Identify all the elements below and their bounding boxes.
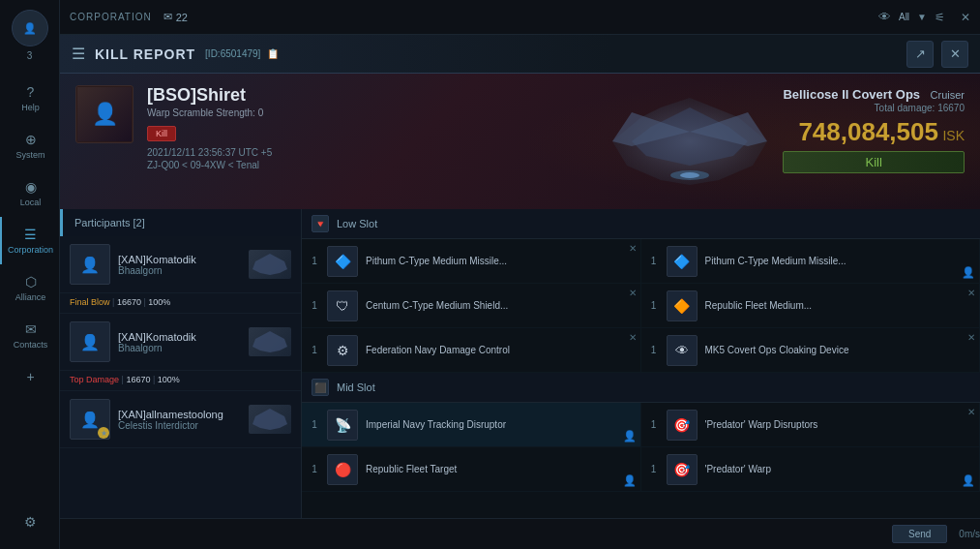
kill-report-panel: ☰ KILL REPORT [ID:6501479] 📋 ↗ ✕ 👤 [BSO]… xyxy=(60,35,980,549)
item-cell[interactable]: 1 🔶 Republic Fleet Medium... ✕ xyxy=(641,284,981,328)
participant-info: [XAN]Komatodik Bhaalgorn xyxy=(118,254,241,276)
participant-ship-icon xyxy=(249,405,291,434)
participant-stats-2: Top Damage | 16670 | 100% xyxy=(60,371,301,391)
item-cell[interactable]: 1 ⚙ Federation Navy Damage Control ✕ xyxy=(302,328,641,373)
sidebar-item-settings[interactable]: ⚙ xyxy=(0,504,59,539)
eye-icon: 👁 xyxy=(878,10,891,24)
isk-label: ISK xyxy=(942,128,965,143)
ship-name: Bellicose II Covert Ops xyxy=(783,87,920,102)
chevron-down-icon[interactable]: ▼ xyxy=(917,12,927,22)
close-icon[interactable]: ✕ xyxy=(629,288,637,298)
kill-badge: Kill xyxy=(147,126,176,141)
percent-1: 100% xyxy=(148,297,170,307)
item-qty: 1 xyxy=(649,300,659,311)
item-qty: 1 xyxy=(649,256,659,266)
item-name: MK5 Covert Ops Cloaking Device xyxy=(705,344,849,356)
sidebar-item-alliance[interactable]: ⬡ Alliance xyxy=(0,264,59,312)
item-qty: 1 xyxy=(649,345,659,355)
kill-report-content: Participants [2] 👤 [XAN]Komatodik Bhaalg… xyxy=(60,209,980,549)
sidebar-label-system: System xyxy=(15,150,45,160)
mid-slot-label: Mid Slot xyxy=(337,381,375,393)
item-icon: 🔶 xyxy=(667,290,698,321)
filter-icon[interactable]: ⚟ xyxy=(935,11,945,24)
sidebar-item-contacts[interactable]: ✉ Contacts xyxy=(0,312,59,359)
damage-value-2: 16670 xyxy=(126,375,150,384)
sidebar-label-contacts: Contacts xyxy=(14,340,48,350)
sidebar-item-local[interactable]: ◉ Local xyxy=(0,169,59,217)
sidebar-item-system[interactable]: ⊕ System xyxy=(0,122,59,169)
topbar-right: 👁 All ▼ ⚟ ✕ xyxy=(878,10,970,24)
kill-report-id: [ID:6501479] 📋 xyxy=(205,48,279,59)
item-cell[interactable]: 1 🔷 Pithum C-Type Medium Missile... ✕ xyxy=(302,239,641,284)
participants-header: Participants [2] xyxy=(60,209,301,236)
item-icon: 🔴 xyxy=(327,454,358,485)
contacts-icon: ✉ xyxy=(25,321,37,337)
participant-item[interactable]: 👤 [XAN]Komatodik Bhaalgorn xyxy=(60,236,301,293)
sidebar-bottom: ⚙ xyxy=(0,504,59,549)
participant-avatar: 👤 ★ xyxy=(70,399,110,440)
item-cell[interactable]: 1 🎯 'Predator' Warp 👤 xyxy=(641,447,981,492)
menu-icon[interactable]: ☰ xyxy=(72,45,85,63)
item-cell[interactable]: 1 🛡 Centum C-Type Medium Shield... ✕ xyxy=(302,284,641,328)
filter-label[interactable]: All xyxy=(899,12,909,22)
pilot-icon: 👤 xyxy=(623,474,637,487)
participant-name: [XAN]Komatodik xyxy=(118,331,241,343)
copy-icon[interactable]: 📋 xyxy=(267,48,279,59)
svg-marker-7 xyxy=(252,331,287,352)
participant-info: [XAN]Komatodik Bhaalgorn xyxy=(118,331,241,353)
external-link-button[interactable]: ↗ xyxy=(906,41,934,68)
item-cell[interactable]: 1 📡 Imperial Navy Tracking Disruptor 👤 xyxy=(302,403,641,447)
percent-2: 100% xyxy=(158,375,180,384)
item-name: 'Predator' Warp Disruptors xyxy=(705,418,818,431)
close-icon[interactable]: ✕ xyxy=(629,243,637,254)
system-icon: ⊕ xyxy=(25,132,37,147)
close-icon[interactable]: ✕ xyxy=(967,288,975,298)
item-name: Centum C-Type Medium Shield... xyxy=(366,299,508,312)
item-cell[interactable]: 1 🎯 'Predator' Warp Disruptors ✕ xyxy=(641,403,981,447)
item-cell[interactable]: 1 👁 MK5 Covert Ops Cloaking Device ✕ xyxy=(641,328,981,373)
close-topbar-button[interactable]: ✕ xyxy=(961,11,970,24)
avatar: 👤 xyxy=(12,10,48,46)
close-kill-report-button[interactable]: ✕ xyxy=(941,41,968,68)
kill-report-header: ☰ KILL REPORT [ID:6501479] 📋 ↗ ✕ xyxy=(60,35,980,74)
close-icon[interactable]: ✕ xyxy=(629,332,637,343)
participant-corp: Bhaalgorn xyxy=(118,343,241,353)
item-cell[interactable]: 1 🔷 Pithum C-Type Medium Missile... 👤 xyxy=(641,239,981,284)
participants-panel: Participants [2] 👤 [XAN]Komatodik Bhaalg… xyxy=(60,209,302,549)
kill-report-hero: 👤 [BSO]Shiret Warp Scramble Strength: 0 … xyxy=(60,74,980,209)
local-icon: ◉ xyxy=(25,179,37,195)
item-icon: 🔷 xyxy=(667,246,698,277)
item-qty: 1 xyxy=(310,419,319,430)
item-name: Pithum C-Type Medium Missile... xyxy=(366,255,507,267)
participant-item[interactable]: 👤 [XAN]Komatodik Bhaalgorn xyxy=(60,314,301,371)
sidebar: 👤 3 ? Help ⊕ System ◉ Local ☰ Corporatio… xyxy=(0,0,60,549)
mid-slot-icon: ⬛ xyxy=(312,379,329,396)
close-icon[interactable]: ✕ xyxy=(967,332,975,343)
item-qty: 1 xyxy=(310,464,319,474)
help-icon: ? xyxy=(27,84,35,100)
mid-slot-header: ⬛ Mid Slot xyxy=(302,373,980,403)
participant-stats-1: Final Blow | 16670 | 100% xyxy=(60,293,301,314)
participant-avatar: 👤 xyxy=(70,244,110,285)
pilot-avatar: 👤 xyxy=(75,85,134,143)
item-cell[interactable]: 1 🔴 Republic Fleet Target 👤 xyxy=(302,447,641,492)
sidebar-item-add[interactable]: + xyxy=(0,359,59,394)
sidebar-item-help[interactable]: ? Help xyxy=(0,75,59,122)
sidebar-label-help: Help xyxy=(21,103,40,112)
item-icon: 🎯 xyxy=(667,410,698,441)
close-icon[interactable]: ✕ xyxy=(967,407,975,417)
kill-result-badge: Kill xyxy=(783,151,965,173)
participant-ship-icon xyxy=(249,250,291,279)
item-name: Republic Fleet Medium... xyxy=(705,299,813,312)
item-name: Republic Fleet Target xyxy=(366,463,457,475)
item-name: Pithum C-Type Medium Missile... xyxy=(705,255,846,267)
mail-icon: ✉ xyxy=(163,11,172,23)
bottom-bar: Send 0m/s xyxy=(60,518,980,549)
speed-display: 0m/s xyxy=(959,529,980,539)
item-qty: 1 xyxy=(310,256,319,266)
participant-item[interactable]: 👤 ★ [XAN]allnamestoolong Celestis Interd… xyxy=(60,391,301,448)
damage-value-1: 16670 xyxy=(117,297,141,307)
low-slot-label: Low Slot xyxy=(337,218,377,229)
sidebar-item-corporation[interactable]: ☰ Corporation xyxy=(0,217,59,264)
send-button[interactable]: Send xyxy=(892,525,947,543)
